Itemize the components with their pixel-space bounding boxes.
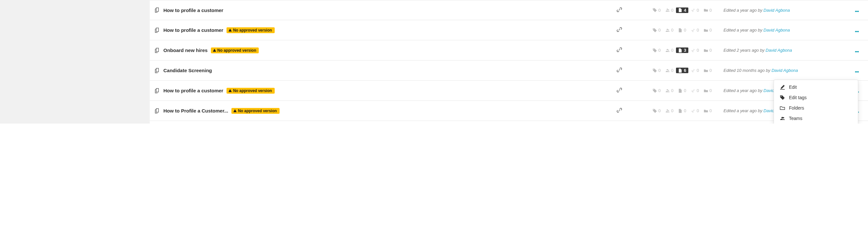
- stat-docs: 3: [676, 47, 688, 53]
- document-title: Onboard new hires: [163, 47, 208, 53]
- no-approved-version-badge: No approved version: [231, 108, 279, 114]
- stat-folders: 0: [702, 88, 714, 93]
- document-row[interactable]: Onboard new hires No approved version 0 …: [150, 40, 868, 61]
- stat-users: 0: [663, 48, 675, 53]
- document-title: How to profile a customer: [163, 88, 223, 93]
- stats-group: 0 0 0 0 0: [629, 88, 714, 93]
- document-copy-icon: [154, 27, 160, 33]
- row-actions-kebab[interactable]: [850, 47, 863, 53]
- stat-users: 0: [663, 28, 675, 33]
- context-menu: Edit Edit tags Folders Teams Duplicate S…: [774, 80, 858, 123]
- menu-label: Edit tags: [789, 95, 806, 100]
- stat-docs: 0: [676, 88, 688, 93]
- document-copy-icon: [154, 7, 160, 13]
- stat-folders: 0: [702, 108, 714, 113]
- stats-group: 0 0 0 0 0: [629, 28, 714, 33]
- badge-text: No approved version: [217, 48, 256, 53]
- document-title: How to Profile a Customer...: [163, 108, 228, 113]
- stat-folders: 0: [702, 68, 714, 73]
- stat-pins: 0: [689, 48, 701, 53]
- menu-label: Folders: [789, 105, 804, 111]
- warning-triangle-icon: [228, 29, 232, 32]
- document-copy-icon: [154, 68, 160, 73]
- link-icon[interactable]: [610, 47, 629, 53]
- author-link[interactable]: David Agbona: [764, 8, 790, 13]
- document-copy-icon: [154, 108, 160, 114]
- link-icon[interactable]: [610, 7, 629, 13]
- document-row[interactable]: Candidate Screening 0 0 6 0: [150, 61, 868, 81]
- teams-icon: [780, 116, 785, 121]
- warning-triangle-icon: [213, 49, 216, 52]
- stat-tags: 0: [651, 88, 663, 93]
- menu-edit[interactable]: Edit: [774, 82, 858, 92]
- document-row[interactable]: How to profile a customer No approved ve…: [150, 81, 868, 101]
- badge-text: No approved version: [238, 109, 277, 113]
- stat-tags: 0: [651, 68, 663, 73]
- edited-meta: Edited a year ago by David Agbona: [714, 8, 850, 13]
- stat-pins: 0: [689, 88, 701, 93]
- document-row[interactable]: How to profile a customer No approved ve…: [150, 20, 868, 40]
- stat-tags: 0: [651, 8, 663, 13]
- stat-tags: 0: [651, 48, 663, 53]
- stat-pins: 0: [689, 28, 701, 33]
- stat-pins: 0: [689, 68, 701, 73]
- document-list: How to profile a customer 0 0 4 0: [150, 0, 868, 123]
- stats-group: 0 0 0 0 0: [629, 108, 714, 113]
- warning-triangle-icon: [234, 109, 237, 112]
- folder-icon: [780, 105, 785, 111]
- no-approved-version-badge: No approved version: [226, 88, 274, 94]
- stat-tags: 0: [651, 28, 663, 33]
- stat-docs: 0: [676, 108, 688, 113]
- tag-icon: [780, 95, 785, 100]
- stat-pins: 0: [689, 108, 701, 113]
- document-row[interactable]: How to Profile a Customer... No approved…: [150, 101, 868, 121]
- menu-folders[interactable]: Folders: [774, 103, 858, 113]
- link-icon[interactable]: [610, 67, 629, 73]
- no-approved-version-badge: No approved version: [226, 27, 274, 33]
- stat-docs: 6: [676, 68, 688, 73]
- document-copy-icon: [154, 88, 160, 94]
- menu-label: Teams: [789, 116, 802, 121]
- stat-users: 0: [663, 108, 675, 113]
- edited-meta: Edited 10 months ago by David Agbona: [714, 68, 850, 73]
- stat-users: 0: [663, 68, 675, 73]
- menu-edit-tags[interactable]: Edit tags: [774, 92, 858, 103]
- menu-teams[interactable]: Teams: [774, 113, 858, 123]
- pencil-square-icon: [780, 84, 785, 90]
- badge-text: No approved version: [233, 28, 272, 33]
- stat-folders: 0: [702, 28, 714, 33]
- document-title: How to profile a customer: [163, 27, 223, 33]
- menu-label: Edit: [789, 84, 797, 90]
- edited-meta: Edited 2 years ago by David Agbona: [714, 48, 850, 53]
- stats-group: 0 0 6 0 0: [629, 68, 714, 73]
- link-icon[interactable]: [610, 108, 629, 114]
- row-actions-kebab[interactable]: [850, 67, 863, 74]
- link-icon[interactable]: [610, 27, 629, 33]
- stat-docs: 0: [676, 28, 688, 33]
- document-row[interactable]: How to profile a customer 0 0 4 0: [150, 0, 868, 20]
- warning-triangle-icon: [228, 89, 232, 92]
- stat-users: 0: [663, 88, 675, 93]
- stat-folders: 0: [702, 8, 714, 13]
- document-title: How to profile a customer: [163, 7, 223, 13]
- link-icon[interactable]: [610, 87, 629, 94]
- document-copy-icon: [154, 47, 160, 53]
- stat-pins: 0: [689, 8, 701, 13]
- stat-tags: 0: [651, 108, 663, 113]
- row-actions-kebab[interactable]: [850, 7, 863, 13]
- left-gutter: [0, 0, 150, 123]
- badge-text: No approved version: [233, 88, 272, 93]
- document-title: Candidate Screening: [163, 68, 212, 73]
- author-link[interactable]: David Agbona: [764, 28, 790, 33]
- stats-group: 0 0 4 0 0: [629, 7, 714, 13]
- stat-users: 0: [663, 8, 675, 13]
- stat-docs: 4: [676, 7, 688, 13]
- stat-folders: 0: [702, 48, 714, 53]
- edited-meta: Edited a year ago by David Agbona: [714, 28, 850, 33]
- author-link[interactable]: David Agbona: [771, 68, 798, 73]
- row-actions-kebab[interactable]: [850, 27, 863, 34]
- stats-group: 0 0 3 0 0: [629, 47, 714, 53]
- no-approved-version-badge: No approved version: [211, 47, 259, 53]
- author-link[interactable]: David Agbona: [766, 48, 792, 53]
